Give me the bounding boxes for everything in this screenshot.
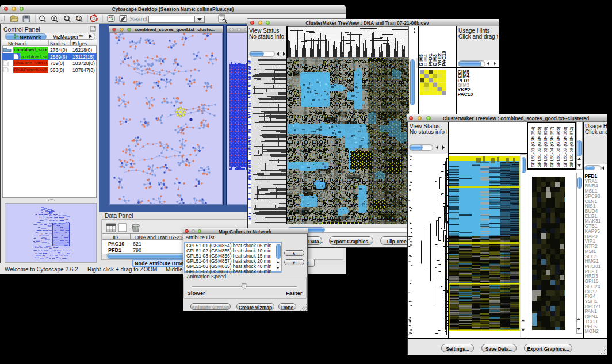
svg-text:GPL51-08 (GSM872): GPL51-08 (GSM872) <box>569 127 574 167</box>
svg-text:GPL51-03 (GSM856): GPL51-03 (GSM856) <box>543 127 548 167</box>
svg-text:GPL51-02 (GSM855): GPL51-02 (GSM855) <box>537 127 542 167</box>
svg-text:GPL51-07 (GSM868): GPL51-07 (GSM868) <box>563 127 568 167</box>
svg-text:PAC10: PAC10 <box>441 51 447 66</box>
svg-text:GPL51-06 (GSM865): GPL51-06 (GSM865) <box>556 127 561 167</box>
svg-text:GPL51-01 (GSM854): GPL51-01 (GSM854) <box>530 127 536 167</box>
svg-text:1:1: 1:1 <box>77 17 81 20</box>
svg-text:GPL51-04 (GSM857): GPL51-04 (GSM857) <box>549 127 554 167</box>
